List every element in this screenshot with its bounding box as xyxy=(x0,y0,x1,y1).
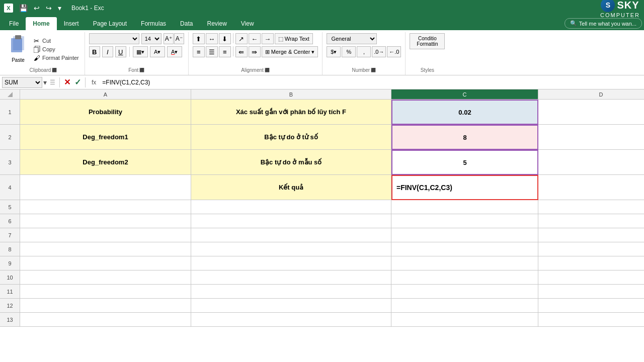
cell-d9[interactable] xyxy=(538,256,644,270)
percent-button[interactable]: % xyxy=(342,46,356,57)
undo-button[interactable]: ↩ xyxy=(32,3,42,13)
cell-c11[interactable] xyxy=(391,285,538,299)
column-header-b[interactable]: B xyxy=(191,89,391,99)
font-name-select[interactable] xyxy=(89,33,139,44)
tab-file[interactable]: File xyxy=(2,17,26,30)
merge-dropdown-icon[interactable]: ▾ xyxy=(311,49,314,55)
row-header-4[interactable]: 4 xyxy=(0,175,20,200)
cell-d10[interactable] xyxy=(538,270,644,285)
name-box-dropdown[interactable]: ▾ xyxy=(42,78,48,86)
formula-bar-options[interactable]: ☰ xyxy=(50,79,55,86)
formula-fx-button[interactable]: fx xyxy=(88,79,100,86)
cell-a11[interactable] xyxy=(20,285,191,299)
align-right-button[interactable]: ≡ xyxy=(219,46,231,57)
cut-button[interactable]: ✂ Cut xyxy=(32,37,80,45)
decimal-decrease-button[interactable]: ←.0 xyxy=(387,46,401,57)
cell-a4[interactable] xyxy=(20,175,191,200)
row-header-7[interactable]: 7 xyxy=(0,228,20,242)
column-header-a[interactable]: A xyxy=(20,89,191,99)
cell-a3[interactable]: Deg_freedom2 xyxy=(20,150,191,175)
merge-center-button[interactable]: ⊞ Merge & Center ▾ xyxy=(262,46,318,57)
cell-a10[interactable] xyxy=(20,270,191,285)
tab-review[interactable]: Review xyxy=(200,17,233,30)
cell-c13[interactable] xyxy=(391,313,538,327)
cell-a9[interactable] xyxy=(20,256,191,270)
indent-decrease-button[interactable]: ← xyxy=(249,33,261,44)
cell-c1[interactable]: 0.02 xyxy=(391,100,538,125)
cell-a6[interactable] xyxy=(20,214,191,228)
align-top-button[interactable]: ⬆ xyxy=(193,33,205,44)
cell-c4[interactable]: =FINV(C1,C2,C3) xyxy=(391,175,538,200)
cell-d6[interactable] xyxy=(538,214,644,228)
cell-a7[interactable] xyxy=(20,228,191,242)
decimal-increase-button[interactable]: .0→ xyxy=(372,46,386,57)
cell-b5[interactable] xyxy=(191,200,391,214)
tab-view[interactable]: View xyxy=(234,17,261,30)
font-size-increase[interactable]: A⁺ xyxy=(164,33,174,44)
tab-formulas[interactable]: Formulas xyxy=(134,17,173,30)
cell-d13[interactable] xyxy=(538,313,644,327)
row-header-8[interactable]: 8 xyxy=(0,242,20,256)
number-format-select[interactable]: General xyxy=(327,33,377,44)
row-header-3[interactable]: 3 xyxy=(0,150,20,175)
italic-button[interactable]: I xyxy=(102,46,113,57)
cell-c7[interactable] xyxy=(391,228,538,242)
text-direction-button[interactable]: ↗ xyxy=(235,33,248,44)
row-header-1[interactable]: 1 xyxy=(0,100,20,125)
cell-b9[interactable] xyxy=(191,256,391,270)
row-header-2[interactable]: 2 xyxy=(0,125,20,150)
number-expand-icon[interactable]: ⬛ xyxy=(371,68,376,72)
cell-a8[interactable] xyxy=(20,242,191,256)
ltr-button[interactable]: ⇛ xyxy=(249,46,261,57)
row-header-6[interactable]: 6 xyxy=(0,214,20,228)
formula-cancel-button[interactable]: ✕ xyxy=(62,77,72,87)
bold-button[interactable]: B xyxy=(89,46,100,57)
cell-c2[interactable]: 8 xyxy=(391,125,538,150)
align-bottom-button[interactable]: ⬇ xyxy=(219,33,231,44)
tab-page-layout[interactable]: Page Layout xyxy=(86,17,134,30)
tab-data[interactable]: Data xyxy=(173,17,200,30)
save-button[interactable]: 💾 xyxy=(17,3,30,13)
format-painter-button[interactable]: 🖌 Format Painter xyxy=(32,54,80,62)
cell-c10[interactable] xyxy=(391,270,538,285)
cell-b13[interactable] xyxy=(191,313,391,327)
cell-d11[interactable] xyxy=(538,285,644,299)
cell-a13[interactable] xyxy=(20,313,191,327)
align-middle-button[interactable]: ↔ xyxy=(206,33,218,44)
cell-d12[interactable] xyxy=(538,299,644,313)
cell-c3[interactable]: 5 xyxy=(391,150,538,175)
wrap-text-button[interactable]: ⬚ Wrap Text xyxy=(275,33,313,44)
tab-home[interactable]: Home xyxy=(26,17,56,30)
name-box[interactable]: SUM xyxy=(2,77,42,88)
conditional-formatting-button[interactable]: Conditio Formattin xyxy=(410,33,445,49)
cell-c12[interactable] xyxy=(391,299,538,313)
row-header-5[interactable]: 5 xyxy=(0,200,20,214)
column-header-d[interactable]: D xyxy=(538,89,644,99)
alignment-expand-icon[interactable]: ⬛ xyxy=(265,68,270,72)
row-header-12[interactable]: 12 xyxy=(0,299,20,313)
cell-d4[interactable] xyxy=(538,175,644,200)
align-center-button[interactable]: ☰ xyxy=(206,46,218,57)
cell-b12[interactable] xyxy=(191,299,391,313)
column-header-c[interactable]: C xyxy=(391,89,538,99)
cell-b1[interactable]: Xác suất gắn với phân bố lũy tích F xyxy=(191,100,391,125)
cell-a12[interactable] xyxy=(20,299,191,313)
row-header-10[interactable]: 10 xyxy=(0,270,20,285)
cell-b3[interactable]: Bậc tự do ở mẫu số xyxy=(191,150,391,175)
row-header-11[interactable]: 11 xyxy=(0,285,20,299)
formula-confirm-button[interactable]: ✓ xyxy=(72,77,83,87)
cell-a5[interactable] xyxy=(20,200,191,214)
cell-c9[interactable] xyxy=(391,256,538,270)
customize-button[interactable]: ▾ xyxy=(56,3,63,13)
font-color-button[interactable]: A▾ xyxy=(167,46,182,57)
formula-input[interactable] xyxy=(100,77,642,88)
border-button[interactable]: ▦▾ xyxy=(133,46,148,57)
cell-d3[interactable] xyxy=(538,150,644,175)
redo-button[interactable]: ↪ xyxy=(44,3,54,13)
row-header-9[interactable]: 9 xyxy=(0,256,20,270)
row-header-13[interactable]: 13 xyxy=(0,313,20,327)
font-size-decrease[interactable]: A⁻ xyxy=(174,33,184,44)
fill-color-button[interactable]: A▾ xyxy=(150,46,165,57)
font-size-select[interactable]: 14 xyxy=(141,33,162,44)
currency-button[interactable]: $▾ xyxy=(327,46,341,57)
